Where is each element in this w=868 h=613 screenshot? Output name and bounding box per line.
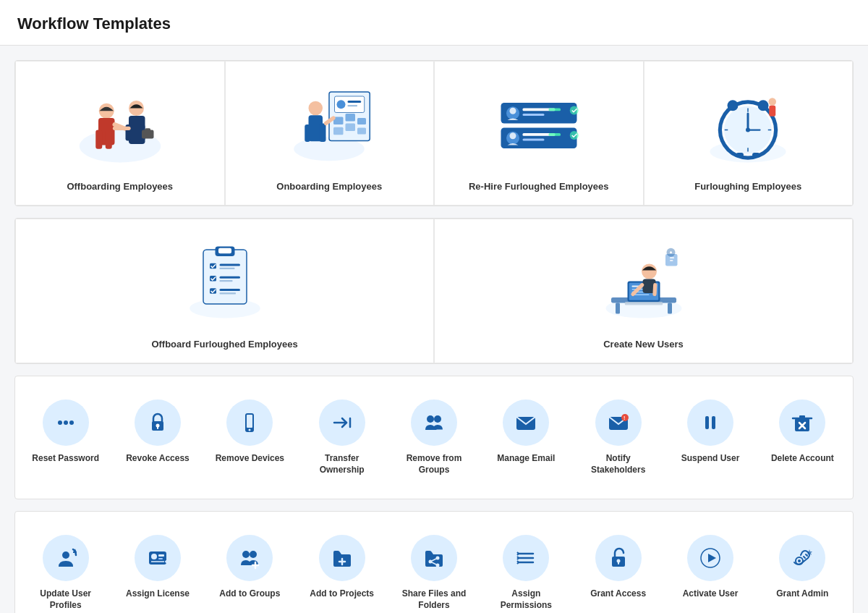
svg-point-54 <box>758 100 769 111</box>
svg-rect-114 <box>712 416 715 429</box>
svg-rect-10 <box>142 130 154 138</box>
svg-point-120 <box>62 551 69 559</box>
svg-rect-76 <box>616 303 620 313</box>
svg-rect-4 <box>106 130 112 148</box>
workflow-section-row2: Offboard Furloughed Employees <box>14 218 854 364</box>
header: Workflow Templates <box>0 0 868 46</box>
card-rehire[interactable]: Re-Hire Furloughed Employees <box>434 61 644 206</box>
svg-point-129 <box>242 551 250 558</box>
page-title: Workflow Templates <box>17 14 851 33</box>
action-reset-password[interactable]: Reset Password <box>21 391 110 484</box>
action-add-to-projects[interactable]: Add to Projects <box>297 526 386 613</box>
action-label-delete-account: Delete Account <box>771 453 834 465</box>
card-grid-row2: Offboard Furloughed Employees <box>15 219 853 363</box>
svg-rect-124 <box>158 558 163 559</box>
svg-rect-64 <box>218 248 231 253</box>
card-illustration-create-users <box>446 234 841 330</box>
svg-point-103 <box>249 429 251 431</box>
svg-rect-34 <box>522 114 544 116</box>
svg-rect-35 <box>548 108 561 111</box>
action-transfer-ownership[interactable]: Transfer Ownership <box>297 391 386 484</box>
svg-rect-113 <box>705 416 709 429</box>
svg-rect-42 <box>548 133 561 136</box>
svg-point-39 <box>509 132 516 139</box>
action-remove-devices[interactable]: Remove Devices <box>205 391 294 484</box>
workflow-section-row1: Offboarding Employees <box>14 60 854 206</box>
action-assign-permissions[interactable]: Assign Permissions <box>482 526 571 613</box>
svg-point-107 <box>434 415 441 423</box>
svg-point-136 <box>435 557 439 560</box>
action-notify-stakeholders[interactable]: ! Notify Stakeholders <box>574 391 663 484</box>
svg-point-25 <box>309 101 323 115</box>
card-illustration-offboarding <box>27 76 213 172</box>
svg-rect-17 <box>348 101 362 103</box>
svg-point-53 <box>728 100 739 111</box>
action-grid-row2: Update User Profiles <box>21 526 847 613</box>
svg-rect-91 <box>670 260 673 261</box>
actions-section-row2: Update User Profiles <box>14 511 854 613</box>
card-illustration-onboarding <box>237 76 422 172</box>
action-label-transfer-ownership: Transfer Ownership <box>303 453 380 475</box>
svg-rect-23 <box>346 123 356 131</box>
svg-rect-72 <box>219 289 240 291</box>
svg-rect-67 <box>219 267 234 269</box>
action-activate-user[interactable]: Activate User <box>665 526 754 613</box>
svg-point-96 <box>64 420 68 425</box>
action-remove-from-groups[interactable]: Remove from Groups <box>389 391 478 484</box>
action-update-user-profiles[interactable]: Update User Profiles <box>21 526 110 613</box>
action-manage-email[interactable]: Manage Email <box>482 391 571 484</box>
action-grant-admin[interactable]: Grant Admin <box>758 526 847 613</box>
action-label-activate-user: Activate User <box>683 588 739 600</box>
svg-rect-21 <box>357 118 366 124</box>
svg-rect-77 <box>668 303 672 313</box>
card-furloughing[interactable]: Furloughing Employees <box>644 61 854 206</box>
action-label-remove-from-groups: Remove from Groups <box>395 453 472 475</box>
svg-point-97 <box>69 420 74 425</box>
svg-rect-102 <box>247 415 252 428</box>
card-label-offboarding: Offboarding Employees <box>67 181 173 193</box>
action-suspend-user[interactable]: Suspend User <box>665 391 754 484</box>
action-assign-license[interactable]: Assign License <box>113 526 202 613</box>
action-label-suspend-user: Suspend User <box>681 453 740 465</box>
svg-point-43 <box>570 131 579 140</box>
action-label-add-to-projects: Add to Projects <box>310 588 374 600</box>
action-grant-access[interactable]: Grant Access <box>574 526 663 613</box>
card-grid-row1: Offboarding Employees <box>15 61 853 206</box>
svg-rect-56 <box>770 105 776 116</box>
action-add-to-groups[interactable]: Add to Groups <box>205 526 294 613</box>
action-label-assign-permissions: Assign Permissions <box>488 588 565 611</box>
svg-point-135 <box>428 560 432 564</box>
card-onboarding[interactable]: Onboarding Employees <box>225 61 435 206</box>
action-share-files-folders[interactable]: Share Files and Folders <box>389 526 478 613</box>
svg-rect-117 <box>799 415 805 419</box>
svg-point-55 <box>769 98 777 106</box>
actions-section-row1: Reset Password Revoke Access <box>14 376 854 499</box>
svg-rect-69 <box>219 276 240 278</box>
card-label-furloughing: Furloughing Employees <box>694 181 801 193</box>
svg-rect-18 <box>348 105 358 106</box>
action-grid-row1: Reset Password Revoke Access <box>21 391 847 484</box>
svg-rect-3 <box>95 130 102 148</box>
action-label-share-files-folders: Share Files and Folders <box>395 588 472 611</box>
svg-rect-22 <box>333 127 344 135</box>
svg-point-32 <box>509 107 516 114</box>
main-content: Offboarding Employees <box>0 46 868 613</box>
svg-text:!: ! <box>624 415 625 420</box>
card-create-users[interactable]: Create New Users <box>434 219 853 363</box>
svg-point-16 <box>337 100 346 109</box>
svg-rect-27 <box>305 124 311 142</box>
action-revoke-access[interactable]: Revoke Access <box>113 391 202 484</box>
card-label-create-users: Create New Users <box>603 339 684 351</box>
action-delete-account[interactable]: Delete Account <box>758 391 847 484</box>
card-illustration-rehire <box>446 76 631 172</box>
svg-point-106 <box>427 415 434 423</box>
action-label-revoke-access: Revoke Access <box>126 453 190 465</box>
card-offboarding[interactable]: Offboarding Employees <box>15 61 225 206</box>
card-label-rehire: Re-Hire Furloughed Employees <box>469 181 609 193</box>
svg-point-137 <box>435 564 439 567</box>
card-illustration-offboard-furloughed <box>27 234 422 330</box>
card-label-offboard-furloughed: Offboard Furloughed Employees <box>151 339 297 351</box>
svg-line-150 <box>806 554 807 556</box>
action-label-notify-stakeholders: Notify Stakeholders <box>579 453 657 475</box>
card-offboard-furloughed[interactable]: Offboard Furloughed Employees <box>15 219 434 363</box>
